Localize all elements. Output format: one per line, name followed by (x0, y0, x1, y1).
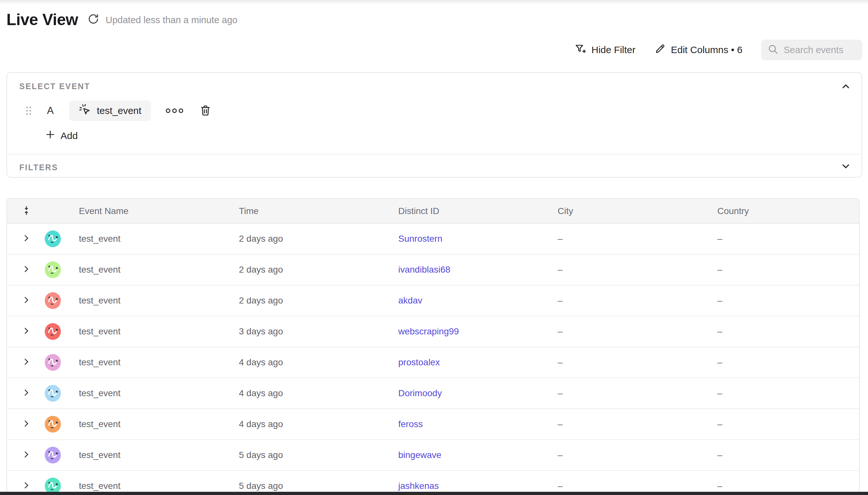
edit-columns-label: Edit Columns • 6 (671, 45, 743, 55)
user-avatar (45, 416, 61, 432)
table-row: test_event 4 days ago prostoalex – – (7, 347, 859, 378)
column-header-time: Time (239, 206, 398, 216)
distinct-id-link[interactable]: feross (398, 419, 423, 429)
chevron-right-icon (22, 450, 31, 459)
city-cell: – (558, 264, 717, 275)
table-row: test_event 5 days ago bingewave – – (7, 440, 859, 471)
distinct-id-link[interactable]: akdav (398, 295, 422, 305)
distinct-id-link[interactable]: prostoalex (398, 357, 440, 367)
city-cell: – (558, 419, 717, 429)
city-cell: – (558, 388, 717, 398)
expand-row-button[interactable] (22, 357, 31, 366)
event-letter-label: A (47, 105, 54, 117)
chevron-right-icon (22, 234, 31, 243)
distinct-id-link[interactable]: ivandiblasi68 (398, 264, 450, 275)
pencil-icon (654, 43, 666, 57)
time-cell: 4 days ago (239, 419, 398, 429)
distinct-id-link[interactable]: jashkenas (398, 481, 439, 491)
expand-row-button[interactable] (22, 264, 31, 274)
event-name-cell: test_event (79, 264, 239, 275)
add-event-button[interactable]: Add (45, 130, 78, 142)
column-header-distinct-id: Distinct ID (398, 206, 558, 216)
country-cell: – (717, 481, 859, 491)
time-cell: 5 days ago (239, 450, 398, 460)
time-cell: 4 days ago (239, 388, 398, 398)
refresh-button[interactable] (87, 13, 100, 26)
country-cell: – (717, 357, 859, 368)
table-body: test_event 2 days ago Sunrostern – – (7, 224, 859, 495)
user-avatar (45, 354, 61, 371)
table-row: test_event 3 days ago webscraping99 – – (7, 317, 859, 347)
distinct-id-link[interactable]: webscraping99 (398, 326, 459, 336)
expand-row-button[interactable] (22, 419, 31, 428)
panel-divider (7, 154, 862, 154)
filters-section-label: FILTERS (19, 163, 58, 172)
time-cell: 2 days ago (239, 295, 398, 306)
page-title: Live View (6, 10, 78, 29)
distinct-id-link[interactable]: bingewave (398, 450, 441, 460)
event-name-cell: test_event (79, 450, 239, 460)
country-cell: – (717, 450, 859, 460)
bottom-window-edge (0, 492, 868, 495)
expand-row-button[interactable] (22, 388, 31, 397)
column-header-country: Country (717, 206, 859, 216)
chevron-right-icon (22, 388, 31, 397)
event-name-cell: test_event (79, 234, 239, 244)
table-row: test_event 5 days ago jashkenas – – (7, 471, 859, 495)
search-events-box[interactable] (761, 39, 862, 60)
expand-row-button[interactable] (22, 326, 31, 335)
query-builder-panel: SELECT EVENT A (6, 72, 862, 178)
user-avatar (45, 231, 61, 247)
edit-columns-button[interactable]: Edit Columns • 6 (654, 43, 743, 57)
city-cell: – (558, 450, 717, 460)
updated-status-text: Updated less than a minute ago (106, 15, 238, 25)
events-table: Event Name Time Distinct ID City Country (6, 198, 860, 495)
event-options-button[interactable] (166, 108, 183, 113)
add-label: Add (61, 130, 78, 141)
time-cell: 4 days ago (239, 357, 398, 368)
event-chip[interactable]: test_event (69, 100, 151, 121)
country-cell: – (717, 388, 859, 398)
chevron-right-icon (22, 264, 31, 274)
collapse-vertical-icon (21, 205, 32, 216)
collapse-all-rows-button[interactable] (21, 205, 32, 216)
chevron-right-icon (22, 357, 31, 366)
search-events-input[interactable] (784, 45, 856, 55)
table-row: test_event 2 days ago ivandiblasi68 – – (7, 255, 859, 286)
table-row: test_event 2 days ago akdav – – (7, 286, 859, 317)
plus-icon (45, 130, 55, 142)
delete-event-button[interactable] (199, 104, 211, 118)
top-edge-fade (0, 0, 868, 4)
expand-row-button[interactable] (22, 481, 31, 490)
trash-icon (199, 113, 211, 118)
distinct-id-link[interactable]: Dorimoody (398, 388, 442, 398)
chevron-right-icon (22, 295, 31, 305)
city-cell: – (558, 326, 717, 337)
hide-filter-button[interactable]: Hide Filter (575, 43, 635, 57)
country-cell: – (717, 264, 859, 275)
expand-row-button[interactable] (22, 450, 31, 459)
chevron-right-icon (22, 326, 31, 335)
chevron-up-icon (840, 88, 851, 93)
chevron-down-icon (840, 168, 851, 172)
distinct-id-link[interactable]: Sunrostern (398, 234, 442, 244)
user-avatar (45, 385, 61, 402)
expand-row-button[interactable] (22, 295, 31, 305)
expand-filters-button[interactable] (840, 160, 851, 172)
expand-row-button[interactable] (22, 234, 31, 243)
drag-handle[interactable] (24, 105, 33, 116)
user-avatar (45, 292, 61, 309)
time-cell: 2 days ago (239, 264, 398, 275)
collapse-select-event-button[interactable] (840, 81, 851, 93)
city-cell: – (558, 481, 717, 491)
event-name-cell: test_event (79, 326, 239, 337)
table-row: test_event 2 days ago Sunrostern – – (7, 224, 859, 255)
city-cell: – (558, 234, 717, 244)
user-avatar (45, 447, 61, 463)
select-event-section-label: SELECT EVENT (19, 82, 90, 91)
table-row: test_event 4 days ago feross – – (7, 409, 859, 440)
drag-dots-icon (24, 112, 33, 117)
toolbar: Hide Filter Edit Columns • 6 (575, 39, 862, 61)
table-header-row: Event Name Time Distinct ID City Country (7, 199, 859, 224)
event-name-cell: test_event (79, 357, 239, 368)
